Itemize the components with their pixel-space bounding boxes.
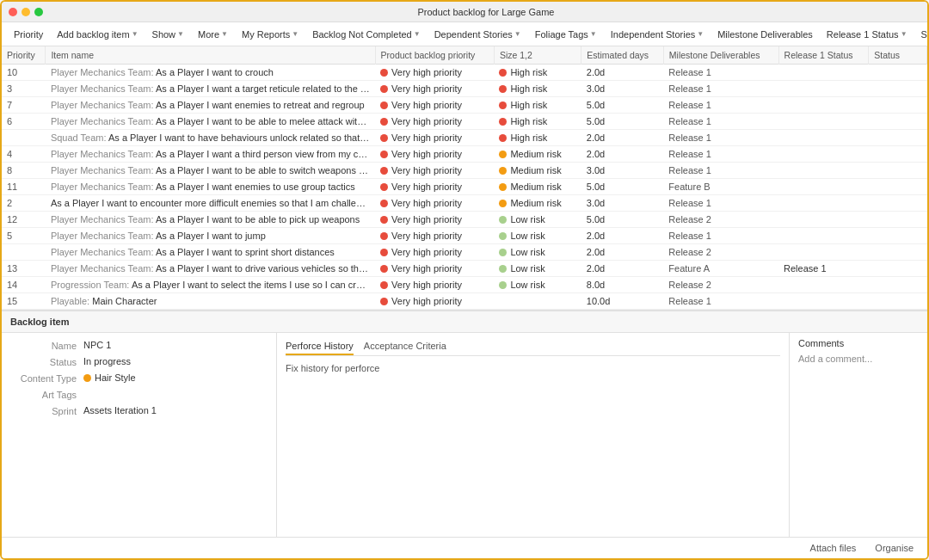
toolbar-priority[interactable]: Priority bbox=[9, 28, 48, 41]
cell-item: Playable: Main Character bbox=[46, 293, 375, 310]
toolbar-status[interactable]: Status bbox=[916, 28, 929, 41]
cell-foliage: Low risk bbox=[494, 261, 581, 277]
table-row[interactable]: 7Player Mechanics Team: As a Player I wa… bbox=[2, 97, 927, 114]
team-name: Player Mechanics Team: bbox=[51, 247, 156, 257]
comments-title: Comments bbox=[798, 338, 919, 348]
toolbar-more[interactable]: More ▼ bbox=[193, 28, 233, 41]
priority-label: Very high priority bbox=[391, 198, 462, 208]
bottom-panel-title: Backlog item bbox=[10, 317, 69, 327]
risk-dot bbox=[499, 216, 507, 224]
toolbar-backlog-not-completed[interactable]: Backlog Not Completed ▼ bbox=[307, 28, 425, 41]
arrow-icon: ▼ bbox=[590, 30, 597, 38]
arrow-icon: ▼ bbox=[292, 30, 298, 38]
risk-label: Low risk bbox=[510, 214, 544, 225]
cell-priority: 13 bbox=[2, 261, 46, 277]
team-name: Squad Team: bbox=[51, 132, 108, 143]
cell-estimate: 3.0d bbox=[581, 81, 664, 97]
maximize-button[interactable] bbox=[34, 8, 43, 16]
cell-milestone: Release 1 bbox=[663, 97, 778, 114]
tab-perforce-history[interactable]: Perforce History bbox=[286, 338, 354, 355]
toolbar-milestone-deliverables[interactable]: Milestone Deliverables bbox=[712, 28, 818, 41]
toolbar-my-reports[interactable]: My Reports ▼ bbox=[237, 28, 304, 41]
table-row[interactable]: 13Player Mechanics Team: As a Player I w… bbox=[2, 261, 927, 277]
story-text: As a Player I want to drive various vehi… bbox=[156, 263, 375, 274]
cell-foliage: Medium risk bbox=[494, 146, 581, 163]
risk-label: Low risk bbox=[510, 280, 544, 290]
cell-backlog-priority: Very high priority bbox=[375, 293, 494, 310]
toolbar-dependent-stories[interactable]: Dependent Stories ▼ bbox=[429, 28, 526, 41]
cell-status bbox=[869, 81, 927, 97]
arrow-icon: ▼ bbox=[177, 30, 184, 38]
table-row[interactable]: 3Player Mechanics Team: As a Player I wa… bbox=[2, 81, 927, 97]
toolbar-show[interactable]: Show ▼ bbox=[147, 28, 189, 41]
cell-status bbox=[869, 179, 927, 195]
priority-label: Very high priority bbox=[391, 67, 462, 77]
cell-status bbox=[869, 212, 927, 228]
col-header-milestone[interactable]: Milestone Deliverables bbox=[663, 46, 778, 65]
minimize-button[interactable] bbox=[22, 8, 30, 16]
cell-milestone: Release 1 bbox=[663, 163, 778, 179]
col-header-foliage[interactable]: Size 1,2 bbox=[494, 46, 581, 65]
table-row[interactable]: 4Player Mechanics Team: As a Player I wa… bbox=[2, 146, 927, 163]
col-header-backlog-priority[interactable]: Product backlog priority bbox=[375, 46, 494, 65]
table-row[interactable]: 8Player Mechanics Team: As a Player I wa… bbox=[2, 163, 927, 179]
cell-status bbox=[869, 261, 927, 277]
col-header-estimate[interactable]: Estimated days bbox=[581, 46, 664, 65]
close-button[interactable] bbox=[9, 8, 17, 16]
priority-label: Very high priority bbox=[391, 296, 462, 306]
cell-foliage: Low risk bbox=[494, 244, 581, 261]
table-row[interactable]: Player Mechanics Team: As a Player I wan… bbox=[2, 244, 927, 261]
arrow-icon: ▼ bbox=[132, 30, 138, 38]
tab-acceptance-criteria[interactable]: Acceptance Criteria bbox=[364, 338, 446, 355]
cell-foliage: Low risk bbox=[494, 228, 581, 244]
cell-milestone: Feature B bbox=[663, 179, 778, 195]
main-content: Priority Item name Product backlog prior… bbox=[2, 46, 927, 558]
table-row[interactable]: 14Progression Team: As a Player I want t… bbox=[2, 277, 927, 293]
cell-backlog-priority: Very high priority bbox=[375, 261, 494, 277]
table-row[interactable]: 5Player Mechanics Team: As a Player I wa… bbox=[2, 228, 927, 244]
col-header-release1[interactable]: Release 1 Status bbox=[778, 46, 869, 65]
col-header-item[interactable]: Item name bbox=[46, 46, 375, 65]
priority-label: Very high priority bbox=[391, 100, 462, 110]
table-row[interactable]: 11Player Mechanics Team: As a Player I w… bbox=[2, 179, 927, 195]
toolbar-add-backlog[interactable]: Add backlog item ▼ bbox=[52, 28, 143, 41]
table-row[interactable]: 15Playable: Main CharacterVery high prio… bbox=[2, 293, 927, 310]
toolbar-release1-status[interactable]: Release 1 Status ▼ bbox=[821, 28, 913, 41]
field-label-sprint: Sprint bbox=[10, 405, 83, 416]
toolbar-foliage-tags[interactable]: Foliage Tags ▼ bbox=[530, 28, 602, 41]
add-comment[interactable]: Add a comment... bbox=[798, 354, 919, 364]
table-row[interactable]: 6Player Mechanics Team: As a Player I wa… bbox=[2, 114, 927, 130]
priority-label: Very high priority bbox=[391, 263, 462, 274]
team-name: Player Mechanics Team: bbox=[51, 83, 156, 94]
cell-item: Player Mechanics Team: As a Player I wan… bbox=[46, 65, 375, 81]
col-header-priority[interactable]: Priority bbox=[2, 46, 46, 65]
risk-dot bbox=[499, 232, 507, 240]
toolbar-independent-stories[interactable]: Independent Stories ▼ bbox=[606, 28, 709, 41]
col-header-status[interactable]: Status bbox=[869, 46, 927, 65]
organise-button[interactable]: Organise bbox=[870, 541, 919, 555]
table-row[interactable]: 12Player Mechanics Team: As a Player I w… bbox=[2, 212, 927, 228]
story-text: As a Player I want enemies to retreat an… bbox=[156, 100, 365, 110]
cell-estimate: 2.0d bbox=[581, 228, 664, 244]
team-name: Player Mechanics Team: bbox=[51, 165, 156, 175]
cell-estimate: 2.0d bbox=[581, 146, 664, 163]
risk-dot bbox=[499, 183, 507, 191]
risk-label: Low risk bbox=[510, 247, 544, 257]
cell-priority: 6 bbox=[2, 114, 46, 130]
cell-backlog-priority: Very high priority bbox=[375, 65, 494, 81]
arrow-icon: ▼ bbox=[414, 30, 421, 38]
attach-files-button[interactable]: Attach files bbox=[805, 541, 862, 555]
table-row[interactable]: 2As a Player I want to encounter more di… bbox=[2, 195, 927, 212]
team-name: Playable: bbox=[51, 296, 92, 306]
cell-priority bbox=[2, 130, 46, 146]
field-label-content-type: Content Type bbox=[10, 372, 83, 384]
cell-release1 bbox=[778, 212, 869, 228]
cell-priority: 10 bbox=[2, 65, 46, 81]
priority-dot bbox=[380, 102, 388, 109]
risk-label: High risk bbox=[510, 100, 547, 110]
cell-estimate: 5.0d bbox=[581, 212, 664, 228]
table-row[interactable]: 10Player Mechanics Team: As a Player I w… bbox=[2, 65, 927, 81]
table-row[interactable]: Squad Team: As a Player I want to have b… bbox=[2, 130, 927, 146]
risk-dot bbox=[499, 102, 507, 109]
cell-foliage: High risk bbox=[494, 130, 581, 146]
